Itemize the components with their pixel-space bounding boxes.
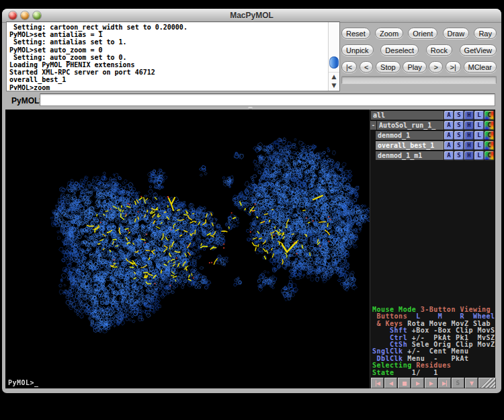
object-action-S[interactable]: S — [454, 151, 464, 160]
title-bar[interactable]: MacPyMOL — [2, 9, 501, 23]
playback-stop-button[interactable]: ■ — [398, 378, 411, 388]
button-mclear[interactable]: MClear — [464, 61, 497, 73]
progress-bar — [341, 76, 497, 84]
object-action-H[interactable]: H — [464, 151, 474, 160]
object-action-S[interactable]: S — [454, 111, 464, 120]
object-action-S[interactable]: S — [454, 131, 464, 140]
object-action-H[interactable]: H — [464, 121, 474, 130]
mouse-panel-text: SnglClk — [372, 347, 403, 355]
mouse-mode-panel: Mouse Mode 3-Button Viewing Buttons L M … — [372, 306, 496, 376]
button-getview[interactable]: GetView — [460, 44, 497, 56]
macpymol-window: MacPyMOL Setting: cartoon_rect_width set… — [2, 9, 501, 393]
playback-step-back-button[interactable]: ◀ — [384, 378, 397, 388]
resize-grip[interactable] — [478, 378, 496, 388]
object-action-L[interactable]: L — [474, 121, 484, 130]
object-action-H[interactable]: H — [464, 111, 474, 120]
object-action-C[interactable]: C — [485, 111, 494, 120]
object-name: denmod_1 — [376, 131, 444, 140]
object-action-C[interactable]: C — [485, 141, 494, 150]
playback-rewind-button[interactable]: |◀ — [371, 378, 384, 388]
log-console[interactable]: Setting: cartoon_rect_width set to 0.200… — [6, 22, 340, 91]
mouse-panel-text: & Keys — [372, 320, 407, 327]
mouse-panel-text: Residues — [412, 362, 452, 369]
object-row-AutoSol_run_1_[interactable]: -AutoSol_run_1_ASHLC — [370, 121, 494, 130]
button-deselect[interactable]: Deselect — [380, 44, 419, 56]
button-stop[interactable]: Stop — [376, 61, 401, 73]
playback-scene-button[interactable]: S — [452, 378, 464, 388]
object-action-S[interactable]: S — [454, 121, 464, 130]
toolbar-row-2: UnpickDeselectRockGetView — [341, 44, 497, 56]
object-name: all — [371, 111, 444, 120]
mouse-panel-text: Mouse Mode — [372, 306, 416, 313]
playback-bar: |◀◀■▶▶▶|S▼ — [371, 378, 496, 388]
scroll-down-icon[interactable]: ▼ — [329, 81, 339, 90]
object-row-denmod_1_m1[interactable]: denmod_1_m1ASHLC — [376, 151, 494, 160]
mouse-panel-text: Sele Orig Clip MovZ — [407, 341, 495, 348]
button-[interactable]: >| — [446, 61, 461, 73]
object-row-overall_best_1[interactable]: overall_best_1ASHLC — [376, 141, 494, 150]
button-zoom[interactable]: Zoom — [375, 28, 403, 39]
screen: MacPyMOL Setting: cartoon_rect_width set… — [0, 0, 504, 420]
object-list: allASHLC-AutoSol_run_1_ASHLCdenmod_1ASHL… — [370, 111, 494, 161]
button-orient[interactable]: Orient — [408, 28, 437, 39]
playback-play-button[interactable]: ▶ — [411, 378, 424, 388]
button-ray[interactable]: Ray — [474, 28, 497, 39]
button-[interactable]: < — [360, 61, 373, 73]
scroll-up-icon[interactable]: ▲ — [329, 72, 339, 81]
object-action-A[interactable]: A — [444, 121, 454, 130]
mouse-panel-line: State 1/ 1 — [372, 370, 496, 376]
button-play[interactable]: Play — [403, 61, 426, 73]
mouse-panel-text: Ctrl — [372, 334, 407, 341]
playback-fullscreen-button[interactable]: ▼ — [465, 378, 478, 388]
density-mesh-canvas[interactable] — [5, 110, 370, 388]
object-action-A[interactable]: A — [444, 141, 454, 150]
object-action-H[interactable]: H — [464, 131, 474, 140]
object-action-H[interactable]: H — [464, 141, 474, 150]
button-reset[interactable]: Reset — [341, 28, 370, 39]
object-action-A[interactable]: A — [444, 111, 454, 120]
command-input[interactable] — [40, 93, 495, 106]
object-action-C[interactable]: C — [485, 131, 494, 140]
gl-area: PyMOL>_ allASHLC-AutoSol_run_1_ASHLCdenm… — [5, 110, 495, 388]
viewport-prompt: PyMOL>_ — [8, 379, 39, 386]
object-panel: allASHLC-AutoSol_run_1_ASHLCdenmod_1ASHL… — [370, 110, 495, 388]
mouse-panel-text: Rota Move MovZ Slab — [407, 320, 491, 327]
button-[interactable]: > — [429, 61, 442, 73]
toolbar-row-1: ResetZoomOrientDrawRay — [341, 28, 497, 39]
playback-end-button[interactable]: ▶| — [438, 378, 451, 388]
mouse-panel-text: CtSh — [372, 341, 407, 348]
button-draw[interactable]: Draw — [443, 28, 470, 39]
button-[interactable]: |< — [341, 61, 357, 73]
mouse-panel-text: Menu - PkAt — [403, 355, 469, 362]
expander-icon[interactable]: - — [370, 121, 376, 130]
object-name: denmod_1_m1 — [376, 151, 444, 160]
object-action-S[interactable]: S — [454, 141, 464, 150]
button-rock[interactable]: Rock — [426, 44, 452, 56]
button-unpick[interactable]: Unpick — [341, 44, 374, 56]
playback-step-forward-button[interactable]: ▶ — [425, 378, 437, 388]
object-row-denmod_1[interactable]: denmod_1ASHLC — [376, 131, 494, 140]
object-action-L[interactable]: L — [474, 141, 484, 150]
mouse-panel-text: Buttons — [372, 312, 407, 320]
mouse-panel-text: Shft — [372, 327, 407, 334]
object-action-A[interactable]: A — [444, 151, 454, 160]
object-name: AutoSol_run_1_ — [377, 121, 444, 130]
object-action-L[interactable]: L — [474, 151, 484, 160]
console-scrollbar[interactable]: ▲ ▼ — [328, 22, 339, 91]
object-action-A[interactable]: A — [444, 131, 454, 140]
mouse-panel-text: +Box -Box Clip MovS — [407, 327, 495, 334]
object-row-all[interactable]: allASHLC — [371, 111, 494, 120]
mouse-panel-text: +/- PkAt Pk1 MvSZ — [407, 334, 495, 341]
mouse-panel-text: L M R Wheel — [407, 312, 495, 320]
mouse-panel-text: DblClk — [372, 355, 403, 362]
window-title: MacPyMOL — [2, 11, 501, 20]
object-action-L[interactable]: L — [474, 131, 484, 140]
log-text: Setting: cartoon_rect_width set to 0.200… — [9, 24, 327, 90]
object-action-C[interactable]: C — [485, 121, 494, 130]
molecule-viewport[interactable]: PyMOL>_ — [5, 110, 370, 388]
scrollbar-thumb[interactable] — [329, 56, 339, 69]
object-action-L[interactable]: L — [474, 111, 484, 120]
object-name: overall_best_1 — [376, 141, 444, 150]
object-action-C[interactable]: C — [485, 151, 494, 160]
mouse-panel-text: 1/ 1 — [394, 369, 438, 376]
